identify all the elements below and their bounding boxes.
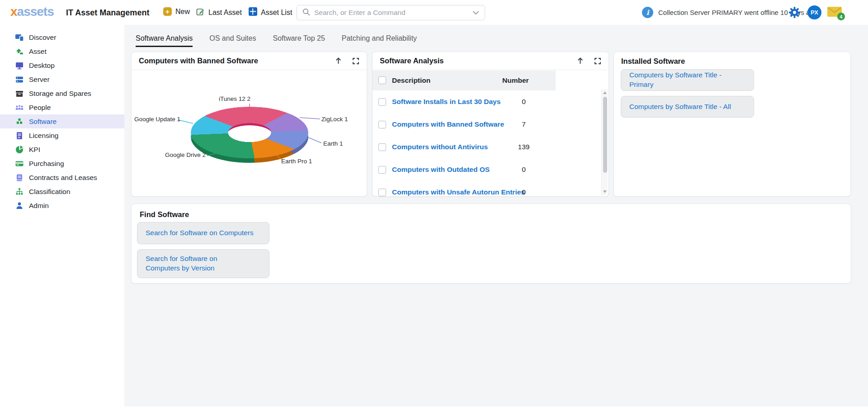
export-arrow-up-icon[interactable] (576, 57, 584, 65)
settings-button[interactable] (788, 6, 801, 20)
computers-by-software-title-all-button[interactable]: Computers by Software Title - All (621, 96, 754, 118)
xassets-logo[interactable]: xassets (10, 5, 54, 19)
sidebar-item-classification[interactable]: Classification (0, 185, 124, 199)
tab-os-and-suites[interactable]: OS and Suites (209, 34, 256, 46)
fullscreen-icon[interactable] (352, 57, 359, 65)
row-checkbox[interactable] (378, 98, 386, 106)
sidebar-item-server[interactable]: Server (0, 72, 124, 86)
plus-icon (163, 7, 172, 16)
gear-icon (788, 12, 801, 20)
report-count: 0 (511, 166, 536, 174)
report-count: 0 (511, 98, 536, 106)
donut-3d[interactable] (191, 107, 308, 158)
select-all-checkbox[interactable] (378, 76, 386, 84)
tab-bar: Software Analysis OS and Suites Software… (136, 34, 417, 46)
card-title: Find Software (140, 210, 189, 219)
button-label: Search for Software on Computers by Vers… (146, 254, 250, 273)
edit-pencil-icon (196, 7, 205, 18)
sidebar-label: KPI (29, 146, 40, 154)
asset-list-button[interactable]: Asset List (249, 7, 292, 18)
slice-label-google-drive: Google Drive 2 (150, 152, 206, 158)
user-avatar[interactable]: PX (807, 5, 821, 19)
vertical-scrollbar[interactable] (601, 89, 608, 195)
slice-label-ziglock: ZigLock 1 (321, 116, 348, 123)
slice-label-earth-pro: Earth Pro 1 (281, 158, 312, 165)
software-analysis-card: Software Analysis Description Number Sof… (372, 52, 609, 197)
search-software-by-version-button[interactable]: Search for Software on Computers by Vers… (137, 249, 269, 278)
new-button[interactable]: New (163, 7, 190, 16)
tab-software-top-25[interactable]: Software Top 25 (273, 34, 325, 46)
row-checkbox[interactable] (378, 189, 386, 196)
new-button-label: New (175, 8, 190, 16)
sidebar-item-discover[interactable]: Discover (0, 30, 124, 44)
tab-patching-reliability[interactable]: Patching and Reliability (342, 34, 417, 46)
fullscreen-icon[interactable] (594, 57, 601, 65)
installed-software-card: Installed Software Computers by Software… (613, 52, 851, 197)
sidebar-item-desktop[interactable]: Desktop (0, 58, 124, 72)
main-content: Software Analysis OS and Suites Software… (124, 25, 868, 407)
pie-chart-icon (15, 145, 24, 154)
sidebar-item-software[interactable]: Software (0, 114, 124, 128)
banned-software-donut-chart[interactable]: iTunes 12 2 ZigLock 1 Earth 1 Earth Pro … (132, 70, 367, 197)
report-link[interactable]: Computers with Banned Software (392, 120, 504, 128)
find-software-card: Find Software Search for Software on Com… (131, 204, 851, 284)
report-link[interactable]: Software Installs in Last 30 Days (392, 98, 500, 106)
server-icon (15, 75, 24, 84)
license-document-icon (15, 131, 24, 140)
person-icon (15, 201, 24, 210)
column-header-number: Number (502, 76, 529, 85)
table-row: Computers with Unsafe Autorun Entries 0 (373, 181, 601, 204)
top-header: xassets IT Asset Management New Last Ass… (0, 0, 868, 25)
slice-label-itunes: iTunes 12 2 (208, 95, 262, 102)
table-row: Computers with Outdated OS 0 (373, 158, 601, 181)
table-body: Software Installs in Last 30 Days 0 Comp… (373, 90, 601, 204)
hierarchy-tree-icon (15, 187, 24, 196)
sidebar-item-asset[interactable]: Asset (0, 44, 124, 58)
sidebar: Discover Asset Desktop Server Storage an… (0, 25, 124, 412)
slice-label-earth: Earth 1 (323, 140, 343, 147)
tab-software-analysis[interactable]: Software Analysis (136, 34, 193, 46)
scroll-up-arrow[interactable] (603, 91, 607, 94)
sidebar-label: Purchasing (29, 160, 64, 168)
sidebar-item-licensing[interactable]: Licensing (0, 128, 124, 142)
sidebar-label: Software (29, 118, 57, 126)
column-header-description: Description (392, 76, 430, 85)
scroll-down-arrow[interactable] (603, 190, 607, 193)
card-title: Computers with Banned Software (139, 57, 258, 65)
logo-assets: assets (17, 5, 54, 19)
sidebar-item-contracts[interactable]: Contracts and Leases (0, 170, 124, 185)
last-asset-button[interactable]: Last Asset (196, 7, 242, 18)
unread-count-badge: 4 (837, 13, 845, 20)
sidebar-label: Asset (29, 47, 47, 56)
sidebar-item-purchasing[interactable]: Purchasing (0, 156, 124, 170)
row-checkbox[interactable] (378, 166, 386, 174)
chevron-down-icon[interactable] (472, 9, 479, 17)
app-title: IT Asset Management (66, 8, 149, 18)
sidebar-label: People (29, 104, 51, 112)
computers-by-software-title-primary-button[interactable]: Computers by Software Title - Primary (621, 69, 754, 91)
asset-list-label: Asset List (261, 9, 292, 17)
report-link[interactable]: Computers without Antivirus (392, 143, 488, 151)
command-search[interactable] (297, 5, 485, 20)
sidebar-item-storage[interactable]: Storage and Spares (0, 86, 124, 100)
sidebar-item-kpi[interactable]: KPI (0, 142, 124, 156)
sidebar-label: Desktop (29, 62, 55, 70)
monitor-icon (15, 61, 24, 70)
card-title: Software Analysis (380, 57, 444, 65)
row-checkbox[interactable] (378, 143, 386, 151)
table-row: Computers without Antivirus 139 (373, 136, 601, 158)
scrollbar-thumb[interactable] (603, 97, 607, 173)
row-checkbox[interactable] (378, 121, 386, 128)
export-arrow-up-icon[interactable] (335, 57, 342, 65)
report-link[interactable]: Computers with Outdated OS (392, 166, 490, 174)
info-icon[interactable] (642, 7, 653, 18)
sidebar-item-people[interactable]: People (0, 100, 124, 114)
search-software-on-computers-button[interactable]: Search for Software on Computers (137, 222, 269, 244)
sidebar-label: Storage and Spares (29, 90, 91, 98)
sidebar-item-admin[interactable]: Admin (0, 199, 124, 213)
messages-button[interactable]: 4 (827, 7, 842, 17)
book-icon (15, 173, 24, 182)
report-link[interactable]: Computers with Unsafe Autorun Entries (392, 188, 525, 196)
slice-label-google-update: Google Update 1 (134, 116, 176, 123)
search-input[interactable] (314, 9, 468, 17)
